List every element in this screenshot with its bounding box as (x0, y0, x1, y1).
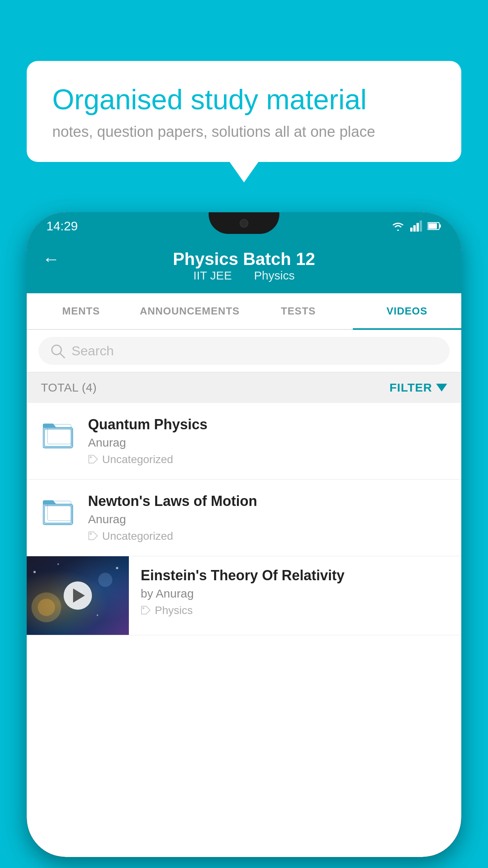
tag-icon (141, 605, 151, 616)
status-bar: 14:29 (27, 212, 461, 240)
header-row: ← Physics Batch 12 (42, 249, 446, 269)
filter-bar: TOTAL (4) FILTER (27, 372, 461, 403)
speech-bubble: Organised study material notes, question… (27, 61, 461, 162)
svg-rect-1 (413, 225, 416, 232)
video-author: by Anurag (141, 587, 449, 600)
video-tag-row: Physics (141, 604, 449, 617)
search-container: Search (27, 330, 461, 372)
folder-icon (43, 421, 74, 451)
item-tag-row: Uncategorized (88, 453, 447, 466)
item-author: Anurag (88, 513, 447, 526)
signal-icon (410, 221, 422, 232)
tabs-bar: MENTS ANNOUNCEMENTS TESTS VIDEOS (27, 293, 461, 330)
svg-rect-0 (410, 228, 413, 232)
filter-button[interactable]: FILTER (389, 381, 447, 394)
folder-icon (43, 498, 74, 527)
video-title: Einstein's Theory Of Relativity (141, 567, 449, 584)
svg-rect-3 (420, 221, 422, 232)
header-tag-iitjee: IIT JEE (193, 269, 232, 282)
app-header: ← Physics Batch 12 IIT JEE Physics (27, 240, 461, 293)
svg-point-20 (33, 571, 36, 573)
header-tag-physics: Physics (254, 269, 295, 282)
battery-icon (427, 222, 442, 230)
bubble-title: Organised study material (52, 83, 436, 116)
svg-point-18 (38, 599, 55, 616)
status-icons (391, 221, 442, 232)
play-button[interactable] (64, 581, 92, 610)
wifi-icon (391, 221, 405, 232)
status-time: 14:29 (46, 219, 78, 234)
header-title: Physics Batch 12 (173, 249, 315, 269)
search-bar[interactable]: Search (39, 337, 449, 365)
item-content: Newton's Laws of Motion Anurag Uncategor… (88, 493, 447, 542)
bubble-subtitle: notes, question papers, solutions all at… (52, 123, 436, 140)
item-title: Newton's Laws of Motion (88, 493, 447, 509)
video-thumbnail (27, 556, 129, 635)
video-content: Einstein's Theory Of Relativity by Anura… (129, 556, 461, 628)
item-tag-row: Uncategorized (88, 530, 447, 542)
header-tags: IIT JEE Physics (193, 269, 295, 282)
item-author: Anurag (88, 436, 447, 449)
svg-rect-2 (416, 223, 419, 232)
folder-icon-container (41, 418, 76, 453)
list-item-video[interactable]: Einstein's Theory Of Relativity by Anura… (27, 556, 461, 635)
camera-dot (240, 219, 248, 228)
tag-icon (88, 454, 98, 465)
tab-tests[interactable]: TESTS (244, 293, 353, 329)
tab-videos[interactable]: VIDEOS (353, 293, 462, 329)
item-content: Quantum Physics Anurag Uncategorized (88, 416, 447, 466)
svg-point-25 (143, 607, 145, 609)
svg-point-21 (57, 563, 59, 565)
filter-triangle-icon (436, 384, 447, 392)
folder-icon-container (41, 495, 76, 530)
svg-line-8 (60, 353, 64, 358)
header-tag-separator (240, 269, 246, 282)
item-title: Quantum Physics (88, 416, 447, 433)
tab-ments[interactable]: MENTS (27, 293, 136, 329)
svg-point-12 (90, 456, 92, 458)
notch (209, 212, 279, 234)
total-count: TOTAL (4) (41, 381, 97, 394)
list-item[interactable]: Quantum Physics Anurag Uncategorized (27, 403, 461, 480)
svg-point-23 (116, 567, 118, 569)
back-button[interactable]: ← (42, 249, 60, 269)
svg-point-19 (98, 573, 112, 587)
tag-icon (88, 531, 98, 541)
play-triangle-icon (73, 588, 85, 603)
phone-inner: 14:29 (27, 212, 461, 857)
svg-point-22 (97, 614, 98, 616)
tab-announcements[interactable]: ANNOUNCEMENTS (136, 293, 244, 329)
phone-shell: 14:29 (27, 212, 461, 857)
svg-rect-5 (439, 224, 441, 228)
svg-point-16 (90, 533, 92, 535)
svg-rect-6 (428, 223, 437, 229)
list-item[interactable]: Newton's Laws of Motion Anurag Uncategor… (27, 480, 461, 556)
search-placeholder: Search (72, 343, 114, 359)
search-icon (50, 344, 65, 359)
